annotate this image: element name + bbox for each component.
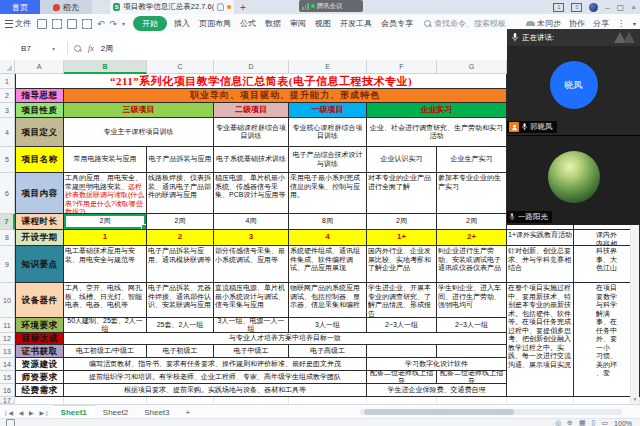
cell-F14-G14[interactable]: 学习数字化设计软件 xyxy=(367,358,507,371)
row-header-1[interactable]: 1 xyxy=(0,74,15,89)
cell-F7[interactable]: 2周 xyxy=(367,214,437,230)
tencent-meeting-pill[interactable]: 腾讯会议 xyxy=(299,0,363,12)
export-icon[interactable] xyxy=(52,19,62,29)
cell-B6[interactable]: 工具的应用、用电安全、常规照明电路安装、远程抄表数据联调与读取(什么表?作用是什… xyxy=(64,173,147,214)
cell-B14-E14[interactable]: 编写活页教材、指导书、要求有任务要求、操作规则和评价标准、最好是图文并茂 xyxy=(64,358,367,371)
cell-F4-G4[interactable]: 企业、社会进行调查研究、生产劳动和实习活动 xyxy=(367,118,507,147)
cell-B8[interactable]: 1 xyxy=(64,230,147,246)
row-label-7[interactable]: 课程时长 xyxy=(15,214,64,230)
cell-G5[interactable]: 企业生产实习 xyxy=(437,147,507,173)
scroll-down-icon[interactable]: ▼ xyxy=(632,396,638,402)
name-box[interactable]: B7 xyxy=(0,44,52,53)
layout-view-icon[interactable]: 1 xyxy=(553,3,564,12)
sheet-nav-arrows[interactable]: |◀ ◀ ▶ ▶| xyxy=(5,409,50,416)
tab-developer[interactable]: 开发工具 xyxy=(340,18,372,29)
row-header-12[interactable]: 12 xyxy=(0,333,15,345)
row-label-11[interactable]: 环境要求 xyxy=(15,318,64,333)
cell-H8[interactable]: 1+课外实践教育活动 xyxy=(507,230,574,246)
row-label-8[interactable]: 开设学期 xyxy=(15,230,64,246)
cell-C17[interactable] xyxy=(147,397,214,404)
cell-D4[interactable]: 专业基础课程群综合项目训练 xyxy=(214,118,289,147)
cell-F16-G16[interactable]: 学生进企业保险费、交通费自理 xyxy=(367,384,507,397)
undo-icon[interactable]: ↶ xyxy=(97,20,105,28)
cell-F11[interactable]: 2~3人一组 xyxy=(367,318,437,333)
cell-F13[interactable] xyxy=(367,345,437,358)
select-all-corner[interactable] xyxy=(0,60,15,74)
cell-F9[interactable]: 国内外行业、企业发展比较、实地考察和了解企业产品 xyxy=(367,246,437,283)
row-header-3[interactable]: 3 xyxy=(0,103,15,118)
row-label-5[interactable]: 项目名称 xyxy=(15,147,64,173)
page-layout-view-icon[interactable]: ▯ xyxy=(592,419,596,426)
horizontal-scroll-thumb[interactable] xyxy=(364,409,514,415)
share-button[interactable]: 分享 xyxy=(593,18,609,29)
row-header-5[interactable]: 5 xyxy=(0,147,15,173)
row-header-14[interactable]: 14 xyxy=(0,358,15,371)
cell-E13[interactable]: 电子高级工 xyxy=(289,345,367,358)
cell-F3-G3[interactable]: 企业实习 xyxy=(367,103,507,118)
tab-start[interactable]: 开始 xyxy=(133,16,167,31)
row-label-3[interactable]: 项目性质 xyxy=(15,103,64,118)
row-label-6[interactable]: 项目内容 xyxy=(15,173,64,214)
cell-B11[interactable]: 50人建制、25套、2人一组 xyxy=(64,318,147,333)
cell-D11[interactable]: 3人一组、电源一人一组 xyxy=(214,318,289,333)
col-header-F[interactable]: F xyxy=(367,60,437,74)
cell-C13[interactable]: 电子初级工 xyxy=(147,345,214,358)
cell-B7-selected[interactable]: 2周 xyxy=(64,214,147,230)
cell-F6[interactable]: 对本专业的企业产品进行全面了解 xyxy=(367,173,437,214)
cell-H10-H16[interactable]: 在整个项目实施过程中、要用新技术、特别是本专业的最新技术。包括硬件、软件等。在项… xyxy=(507,283,574,397)
tab-review[interactable]: 审阅 xyxy=(290,18,306,29)
command-search[interactable]: 查找命令、搜索模板 xyxy=(424,18,506,29)
cell-D6[interactable]: 稳压电源、单片机最小系统、传感器信号采集、PCB设计与应用等 xyxy=(214,173,289,214)
cell-E9[interactable]: 系统硬件组成、通讯组件集成、软件编程调试、产品应用展现 xyxy=(289,246,367,283)
row-header-11[interactable]: 11 xyxy=(0,318,15,333)
row-header-8[interactable]: 8 xyxy=(0,230,15,246)
participant-tile-2[interactable]: 一路阳光 xyxy=(507,135,640,225)
cell-G11[interactable]: 2~3人一组 xyxy=(437,318,507,333)
normal-view-icon[interactable]: ▦ xyxy=(579,419,586,426)
cell-D3[interactable]: 二级项目 xyxy=(214,103,289,118)
magnifier-icon[interactable] xyxy=(74,45,81,52)
cell-D17[interactable] xyxy=(214,397,289,404)
tab-document[interactable]: S 项目教学信息汇总表22.7.6(改 xyxy=(110,0,234,14)
cell-D10[interactable]: 直流稳压电源、单片机最小系统设计与调试、信号采集与应用 xyxy=(214,283,289,318)
cell-F10[interactable]: 学生进企业、开展本专业的调查研究、了解产品情况、形成报告 xyxy=(367,283,437,318)
row-header-15[interactable]: 15 xyxy=(0,371,15,384)
cell-G10[interactable]: 学生到企业、进入车间、进行生产劳动、强弱电均可 xyxy=(437,283,507,318)
row-header-13[interactable]: 13 xyxy=(0,345,15,358)
cell-C11[interactable]: 25套、2人一组 xyxy=(147,318,214,333)
row-label-14[interactable]: 资源建设 xyxy=(15,358,64,371)
col-header-D[interactable]: D xyxy=(214,60,289,74)
cell-G7[interactable]: 2周 xyxy=(437,214,507,230)
close-button[interactable]: × xyxy=(631,3,636,12)
cell-D5[interactable]: 电子系统基础技术训练 xyxy=(214,147,289,173)
row-header-4[interactable]: 4 xyxy=(0,118,15,147)
cell-C6[interactable]: 线路板焊接、仪表拆装、通讯电子产品部件的联调与应用 xyxy=(147,173,214,214)
cell-E4[interactable]: 专业核心课程群综合项目训练 xyxy=(289,118,367,147)
row-header-16[interactable]: 16 xyxy=(0,384,15,397)
preview-icon[interactable] xyxy=(82,19,92,29)
cell-H17[interactable] xyxy=(507,397,574,404)
sync-status-button[interactable]: 未同步 xyxy=(526,18,561,29)
row-label-9[interactable]: 知识要点 xyxy=(15,246,64,283)
row-header-2[interactable]: 2 xyxy=(0,89,15,103)
print-icon[interactable] xyxy=(67,19,77,29)
save-icon[interactable] xyxy=(37,19,47,29)
cell-C9[interactable]: 电子产品拆装与应用、通讯模块联调等 xyxy=(147,246,214,283)
col-header-A[interactable]: A xyxy=(15,60,64,74)
app-grid-icon[interactable]: ⠿ xyxy=(571,3,582,12)
restore-button[interactable]: ▢ xyxy=(617,3,625,12)
col-header-E[interactable]: E xyxy=(289,60,367,74)
row-header-10[interactable]: 10 xyxy=(0,283,15,318)
col-header-C[interactable]: C xyxy=(147,60,214,74)
row-label-2[interactable]: 指导思想 xyxy=(15,89,64,103)
row-label-13[interactable]: 证书获取 xyxy=(15,345,64,358)
cell-B4-C4[interactable]: 专业主干课程项目训练 xyxy=(64,118,214,147)
participant-tile-1[interactable]: 晓凤 郭晓凤 xyxy=(507,46,640,135)
row-header-7[interactable]: 7 xyxy=(0,214,15,230)
tab-formulas[interactable]: 公式 xyxy=(240,18,256,29)
cell-G17[interactable] xyxy=(437,397,507,404)
cell-E11[interactable]: 3人一组 xyxy=(289,318,367,333)
new-tab-button[interactable]: + xyxy=(240,2,246,13)
col-header-G[interactable]: G xyxy=(437,60,507,74)
cell-C10[interactable]: 电子产品拆装、元器件焊接、通讯部件认识、安装联调与应用 xyxy=(147,283,214,318)
